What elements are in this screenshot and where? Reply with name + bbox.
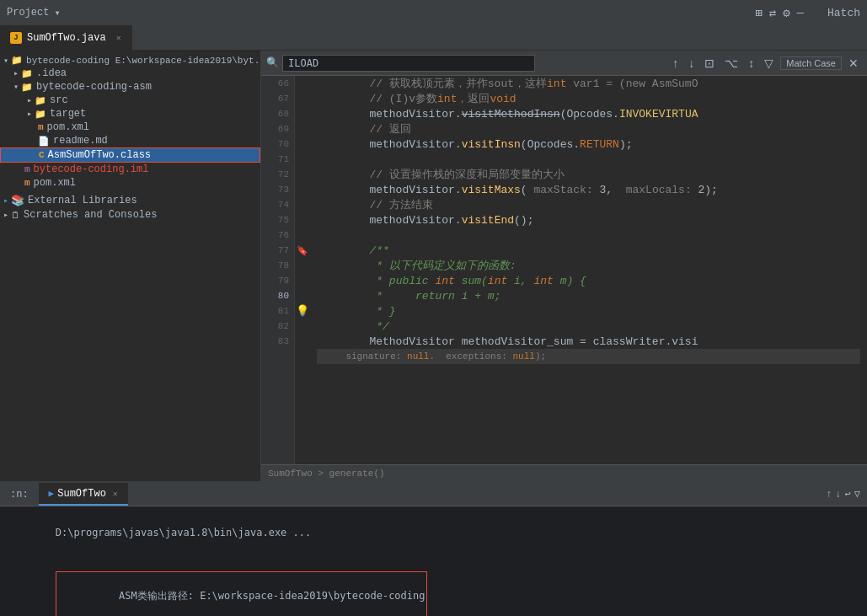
sidebar-tree: ▾ 📁 bytecode-coding E:\workspace-idea201… xyxy=(0,51,260,481)
title-bar: Project ▾ ⊞ ⇄ ⚙ — Hatch xyxy=(0,0,867,25)
line-num-71: 71 xyxy=(266,152,289,167)
sidebar-item-extlibs[interactable]: ▸ 📚 External Libraries xyxy=(0,193,260,208)
xml-file-icon: m xyxy=(38,122,44,132)
code-68d: INVOKEVIRTUA xyxy=(619,108,698,121)
comment-text: // 获取栈顶元素，并作sout，这样 xyxy=(317,76,547,91)
filter-icon[interactable]: ▽ xyxy=(854,488,860,501)
scratch-icon: 🗒 xyxy=(11,210,20,221)
search-next-button[interactable]: ↓ xyxy=(685,55,698,72)
wrap-icon[interactable]: ↩ xyxy=(845,488,851,501)
code-73c: ( xyxy=(521,184,534,196)
line-num-66: 66 xyxy=(266,76,289,91)
code-70b: visitInsn xyxy=(462,138,521,151)
line-num-70: 70 xyxy=(266,137,289,152)
gutter-74 xyxy=(295,197,310,212)
tab-bar: J SumOfTwo.java ✕ xyxy=(0,25,867,51)
search-window-button[interactable]: ⊡ xyxy=(701,55,718,72)
line-numbers: 66 67 68 69 70 71 72 73 74 75 76 77 78 7… xyxy=(261,76,295,464)
tab-sumoftwo[interactable]: J SumOfTwo.java ✕ xyxy=(0,25,132,50)
signature-rest: . exceptions: xyxy=(429,351,512,362)
code-line-82: */ xyxy=(317,319,860,334)
comment-67: // (I)v参数 xyxy=(317,91,437,106)
scroll-up-icon[interactable]: ↑ xyxy=(826,489,832,501)
bottom-tab-close[interactable]: ✕ xyxy=(113,489,118,499)
signature-null: null xyxy=(407,351,429,362)
folder-icon: 📁 xyxy=(11,55,23,66)
sidebar-item-label: Scratches and Consoles xyxy=(24,209,157,221)
code-line-73: methodVisitor.visitMaxs( maxStack: 3, ma… xyxy=(317,182,860,197)
code-68c: (Opcodes. xyxy=(560,108,619,121)
line-num-80: 80 xyxy=(266,288,289,303)
console-line-asm: ASM类输出路径: E:\workspace-idea2019\bytecode… xyxy=(7,555,860,616)
expand-arrow: ▾ xyxy=(3,56,8,66)
close-icon[interactable]: — xyxy=(797,6,804,19)
gutter-66 xyxy=(295,76,310,91)
editor-area: 🔍 ↑ ↓ ⊡ ⌥ ↕ ▽ Match Case ✕ 66 67 68 69 7… xyxy=(261,51,867,481)
sidebar-item-label: target xyxy=(50,108,86,120)
gutter-78 xyxy=(295,258,310,273)
code-editor[interactable]: 66 67 68 69 70 71 72 73 74 75 76 77 78 7… xyxy=(261,76,867,464)
search-prev-button[interactable]: ↑ xyxy=(669,55,682,72)
sidebar-item-idea[interactable]: ▸ 📁 .idea xyxy=(0,67,260,80)
project-header: Project ▾ xyxy=(7,7,61,19)
code-73e: 3, xyxy=(593,184,626,196)
code-75a: methodVisitor. xyxy=(317,214,462,227)
search-options-button[interactable]: ⌥ xyxy=(721,55,741,72)
bottom-tabs: :n: ▶ SumOfTwo ✕ ↑ ↓ ↩ ▽ xyxy=(0,483,867,506)
code-content: // 获取栈顶元素，并作sout，这样int var1 = (new AsmSu… xyxy=(310,76,867,464)
kw-int79b: int xyxy=(488,275,507,287)
asm-path-highlighted: ASM类输出路径: E:\workspace-idea2019\bytecode… xyxy=(56,571,428,616)
line-num-76: 76 xyxy=(266,228,289,243)
sidebar-item-asmclass[interactable]: C AsmSumOfTwo.class xyxy=(0,147,260,163)
sidebar-item-root[interactable]: ▾ 📁 bytecode-coding E:\workspace-idea201… xyxy=(0,54,260,67)
code-70c: (Opcodes. xyxy=(521,138,580,151)
hatch-label: Hatch xyxy=(827,7,860,19)
code-line-79: * public int sum(int i, int m) { xyxy=(317,273,860,288)
project-label: Project xyxy=(7,7,49,19)
match-case-button[interactable]: Match Case xyxy=(780,56,842,70)
bottom-panel: :n: ▶ SumOfTwo ✕ ↑ ↓ ↩ ▽ D:\programs\jav… xyxy=(0,481,867,616)
sidebar-item-label: bytecode-coding-asm xyxy=(36,81,152,93)
javadoc-79b: public xyxy=(389,275,436,287)
line-num-73: 73 xyxy=(266,182,289,197)
code-line-76 xyxy=(317,228,860,243)
asm-path-text: ASM类输出路径: E:\workspace-idea2019\bytecode… xyxy=(119,590,425,602)
search-filter-button[interactable]: ▽ xyxy=(761,55,777,72)
javadoc-81: * } xyxy=(317,305,396,318)
code-70d: RETURN xyxy=(580,138,619,151)
tab-close-icon[interactable]: ✕ xyxy=(116,33,121,43)
layout-icon[interactable]: ⊞ xyxy=(755,6,762,20)
gutter-67 xyxy=(295,91,310,106)
search-close-button[interactable]: ✕ xyxy=(845,55,862,72)
split-icon[interactable]: ⇄ xyxy=(769,6,776,20)
sidebar-item-readme[interactable]: 📄 readme.md xyxy=(0,134,260,147)
folder-icon: 📁 xyxy=(21,68,33,79)
line-num-72: 72 xyxy=(266,167,289,182)
sidebar-item-iml[interactable]: m bytecode-coding.iml xyxy=(0,163,260,176)
code-73a: methodVisitor. xyxy=(317,184,462,196)
search-input[interactable] xyxy=(282,55,535,72)
sidebar: ▾ 📁 bytecode-coding E:\workspace-idea201… xyxy=(0,51,261,481)
sidebar-item-src[interactable]: ▸ 📁 src xyxy=(0,94,260,107)
search-replace-button[interactable]: ↕ xyxy=(745,55,757,72)
bottom-tab-sumoftwo[interactable]: ▶ SumOfTwo ✕ xyxy=(39,483,128,506)
bottom-tab-n[interactable]: :n: xyxy=(0,483,39,506)
scroll-down-icon[interactable]: ↓ xyxy=(835,489,841,501)
javadoc-78: * 以下代码定义如下的函数: xyxy=(317,258,516,273)
javadoc-77: /** xyxy=(317,244,389,257)
sidebar-item-scratches[interactable]: ▸ 🗒 Scratches and Consoles xyxy=(0,208,260,222)
gutter-69 xyxy=(295,121,310,137)
javadoc-80a: * xyxy=(317,290,415,303)
folder-icon: 📁 xyxy=(35,109,46,120)
md-file-icon: 📄 xyxy=(38,136,50,147)
sidebar-item-pom2[interactable]: m pom.xml xyxy=(0,176,260,190)
sidebar-item-pom1[interactable]: m pom.xml xyxy=(0,121,260,134)
javadoc-80b: return xyxy=(415,290,462,303)
javadoc-82: */ xyxy=(317,320,389,333)
line-num-79: 79 xyxy=(266,273,289,288)
sidebar-item-bcasm[interactable]: ▾ 📁 bytecode-coding-asm xyxy=(0,80,260,94)
javadoc-79e: m) { xyxy=(554,275,586,287)
settings-icon[interactable]: ⚙ xyxy=(783,6,789,20)
line-num-82: 82 xyxy=(266,319,289,334)
sidebar-item-target[interactable]: ▸ 📁 target xyxy=(0,107,260,121)
